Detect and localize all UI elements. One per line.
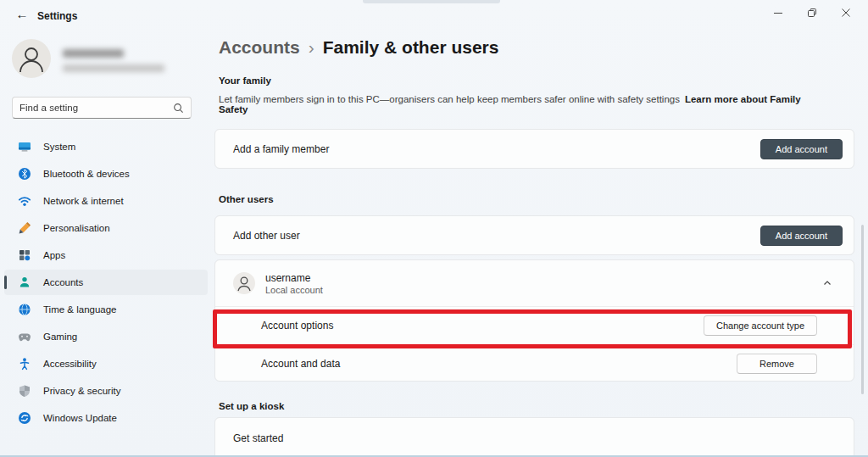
personalisation-icon bbox=[18, 221, 31, 235]
person-icon bbox=[233, 272, 255, 294]
page-title: Family & other users bbox=[323, 37, 499, 57]
top-edge-artifact bbox=[363, 0, 500, 3]
user-display-name-redacted bbox=[63, 49, 124, 58]
user-account-card: username Local account Account options C… bbox=[214, 259, 854, 382]
add-family-account-button[interactable]: Add account bbox=[760, 139, 843, 159]
sidebar-item-label: Personalisation bbox=[43, 223, 110, 233]
sidebar-nav: System Bluetooth & devices Network & int… bbox=[4, 134, 208, 432]
sidebar-item-accessibility[interactable]: Accessibility bbox=[4, 351, 208, 376]
account-options-row: Account options Change account type bbox=[215, 306, 854, 344]
back-button[interactable]: ← bbox=[14, 7, 31, 22]
sidebar-item-windows-update[interactable]: Windows Update bbox=[4, 405, 208, 431]
user-account-header[interactable]: username Local account bbox=[215, 260, 854, 306]
add-other-user-label: Add other user bbox=[233, 230, 300, 242]
sidebar-item-personalisation[interactable]: Personalisation bbox=[4, 215, 208, 241]
sidebar-item-gaming[interactable]: Gaming bbox=[4, 324, 208, 349]
add-other-account-button[interactable]: Add account bbox=[760, 226, 843, 246]
scrollbar-thumb[interactable] bbox=[861, 225, 864, 394]
get-started-label: Get started bbox=[233, 432, 283, 444]
account-and-data-row: Account and data Remove bbox=[215, 344, 854, 382]
sidebar-item-label: Accounts bbox=[43, 277, 83, 287]
description-text: Let family members sign in to this PC—or… bbox=[219, 94, 680, 104]
sidebar-item-label: Time & language bbox=[43, 304, 117, 315]
sidebar-item-system[interactable]: System bbox=[4, 134, 208, 159]
kiosk-card[interactable]: Get started bbox=[214, 417, 854, 457]
sidebar-item-apps[interactable]: Apps bbox=[4, 242, 208, 268]
privacy-security-icon bbox=[18, 384, 31, 398]
breadcrumb-accounts[interactable]: Accounts bbox=[219, 37, 300, 57]
apps-icon bbox=[18, 248, 31, 262]
account-and-data-label: Account and data bbox=[261, 358, 340, 370]
your-family-heading: Your family bbox=[219, 75, 271, 86]
breadcrumb-separator: › bbox=[309, 37, 314, 57]
restore-icon bbox=[807, 8, 817, 18]
sidebar-item-privacy-security[interactable]: Privacy & security bbox=[4, 378, 208, 404]
user-email-redacted bbox=[63, 64, 164, 72]
accessibility-icon bbox=[18, 357, 31, 371]
user-account-avatar bbox=[233, 272, 255, 294]
sidebar-item-label: Bluetooth & devices bbox=[43, 169, 130, 179]
system-icon bbox=[18, 140, 31, 153]
minimize-icon bbox=[773, 8, 783, 18]
window-controls bbox=[761, 0, 863, 25]
add-other-user-card: Add other user Add account bbox=[214, 215, 854, 255]
settings-window: ← Settings bbox=[0, 0, 868, 457]
account-options-label: Account options bbox=[261, 320, 333, 332]
sidebar-item-accounts[interactable]: Accounts bbox=[4, 270, 208, 295]
sidebar-item-label: Windows Update bbox=[43, 413, 117, 423]
accounts-icon bbox=[18, 276, 31, 289]
kiosk-heading: Set up a kiosk bbox=[219, 401, 284, 411]
account-type-label: Local account bbox=[265, 285, 822, 295]
sidebar-item-time-language[interactable]: Time & language bbox=[4, 297, 208, 322]
windows-update-icon bbox=[18, 411, 31, 425]
close-button[interactable] bbox=[829, 0, 863, 25]
sidebar-item-network-internet[interactable]: Network & internet bbox=[4, 188, 208, 214]
other-users-heading: Other users bbox=[219, 194, 274, 204]
app-title: Settings bbox=[37, 10, 77, 22]
sidebar-item-label: Privacy & security bbox=[43, 386, 120, 396]
minimize-button[interactable] bbox=[761, 0, 795, 25]
sidebar-item-label: Accessibility bbox=[43, 359, 97, 369]
user-meta: username Local account bbox=[265, 272, 822, 295]
add-family-member-label: Add a family member bbox=[233, 143, 329, 155]
sidebar-item-label: Apps bbox=[43, 250, 65, 260]
sidebar-item-label: System bbox=[43, 142, 75, 152]
search-box bbox=[12, 97, 192, 119]
sidebar-item-label: Gaming bbox=[43, 332, 77, 342]
your-family-description: Let family members sign in to this PC—or… bbox=[219, 94, 829, 114]
search-input[interactable] bbox=[19, 103, 173, 113]
add-family-member-card: Add a family member Add account bbox=[214, 129, 854, 169]
time-language-icon bbox=[18, 303, 31, 316]
sidebar-item-bluetooth-devices[interactable]: Bluetooth & devices bbox=[4, 161, 208, 187]
search-icon bbox=[173, 103, 184, 114]
bluetooth-icon bbox=[18, 167, 31, 181]
chevron-up-icon[interactable] bbox=[822, 278, 832, 288]
username-label: username bbox=[265, 272, 822, 284]
selected-accent-bar bbox=[4, 276, 7, 289]
gaming-icon bbox=[18, 330, 31, 343]
user-avatar[interactable] bbox=[12, 39, 51, 78]
breadcrumb: Accounts›Family & other users bbox=[219, 37, 498, 58]
restore-button[interactable] bbox=[795, 0, 829, 25]
close-icon bbox=[841, 8, 851, 18]
remove-account-button[interactable]: Remove bbox=[737, 354, 817, 374]
change-account-type-button[interactable]: Change account type bbox=[704, 315, 817, 336]
network-icon bbox=[18, 194, 31, 208]
sidebar-item-label: Network & internet bbox=[43, 196, 124, 206]
person-icon bbox=[12, 39, 51, 78]
